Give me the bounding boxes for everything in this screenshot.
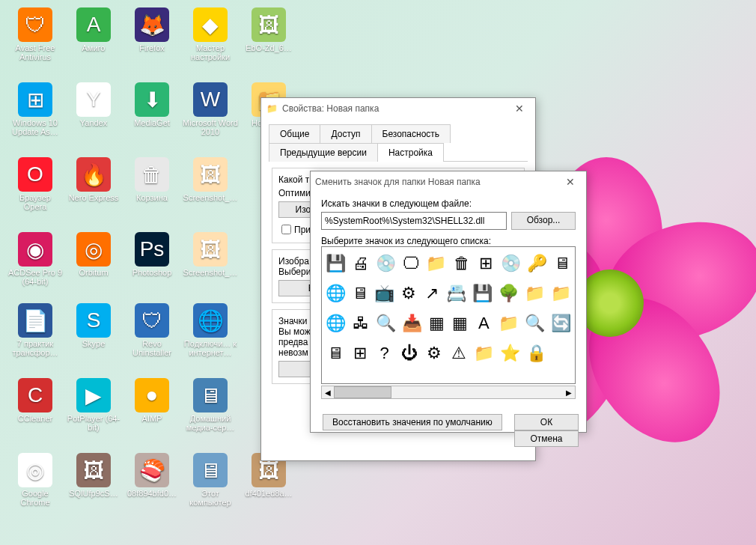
icon-choice[interactable]: 🔍 (524, 310, 546, 337)
icon-choice[interactable]: ▦ (427, 310, 447, 337)
icon-choice[interactable]: ↗ (423, 280, 441, 307)
restore-defaults-button[interactable]: Восстановить значения по умолчанию (323, 414, 502, 430)
desktop-icon[interactable]: AАмиго (66, 7, 121, 52)
desktop-icon[interactable]: ●AIMP (124, 378, 180, 423)
desktop-icon[interactable]: ⊞Windows 10 Update As… (7, 82, 63, 136)
desktop-icon[interactable]: 📄7 практик трансфор… (7, 303, 63, 357)
icon-choice[interactable]: 🖥 (552, 250, 572, 277)
icon-choice[interactable]: 🌐 (325, 280, 347, 307)
change-icon-footer: Восстановить значения по умолчанию ОК От… (311, 408, 586, 453)
desktop-icon[interactable]: 🍣08f894bfd0… (124, 453, 180, 498)
desktop-icon[interactable]: 🌐Подключи… к интернет… (183, 303, 238, 357)
icon-choice[interactable]: 📥 (401, 310, 423, 337)
desktop-icon[interactable]: ⬇MediaGet (124, 82, 180, 127)
desktop-icon[interactable]: 🖼EbO-Zd_6… (241, 7, 296, 52)
desktop-icon[interactable]: ◎Google Chrome (7, 453, 63, 507)
icon-choice[interactable]: ⊞ (476, 250, 496, 277)
icon-choice[interactable]: 🖧 (351, 310, 371, 337)
tab-prev-versions[interactable]: Предыдущие версии (269, 143, 378, 162)
cancel-button[interactable]: Отмена (514, 430, 579, 447)
icon-choice[interactable]: 🔒 (525, 340, 547, 367)
close-icon[interactable]: ✕ (508, 103, 531, 115)
icon-choice[interactable]: 🌳 (498, 280, 519, 307)
icon-choice[interactable]: 🗑 (451, 250, 471, 277)
icon-choice[interactable]: A (475, 310, 494, 337)
select-icon-label: Выберите значок из следующего списка: (321, 236, 576, 246)
icon-choice[interactable]: 🔍 (375, 310, 397, 337)
icon-choice[interactable]: 🌐 (325, 310, 347, 337)
desktop-icon[interactable]: 🛡Avast Free Antivirus (7, 7, 63, 61)
tabs-row1: Общие Доступ Безопасность (269, 124, 528, 143)
search-label: Искать значки в следующем файле: (321, 198, 576, 209)
desktop-icon[interactable]: ◆Мастер настройки (183, 7, 238, 61)
icon-choice[interactable]: ? (374, 340, 394, 367)
window-title: Сменить значок для папки Новая папка (315, 177, 481, 187)
browse-button[interactable]: Обзор... (511, 212, 576, 230)
ok-button[interactable]: ОК (514, 414, 579, 430)
icon-choice[interactable]: 💾 (325, 250, 347, 277)
change-icon-window: Сменить значок для папки Новая папка ✕ И… (310, 171, 587, 433)
icon-choice[interactable]: 🔄 (550, 310, 572, 337)
close-icon[interactable]: ✕ (559, 176, 582, 188)
desktop-icon[interactable]: ▶PotPlayer (64-bit) (66, 378, 121, 432)
tab-general[interactable]: Общие (269, 124, 320, 143)
icon-choice[interactable]: 📁 (550, 280, 572, 307)
desktop-icon[interactable]: ◎Orbitum (66, 232, 121, 277)
icon-choice[interactable]: 🖥 (351, 280, 369, 307)
desktop-icon[interactable]: 🔥Nero Express (66, 157, 121, 202)
desktop-icon[interactable]: 🦊Firefox (124, 7, 180, 52)
desktop-icon[interactable]: YYandex (66, 82, 121, 127)
titlebar[interactable]: Сменить значок для папки Новая папка ✕ (311, 171, 586, 192)
change-icon-body: Искать значки в следующем файле: Обзор..… (311, 192, 586, 408)
icon-choice[interactable]: ⊞ (350, 340, 370, 367)
icon-choice[interactable]: 🖵 (401, 250, 421, 277)
icon-list[interactable]: 💾🖨💿🖵📁🗑⊞💿🔑🖥🌐🖥📺⚙↗📇💾🌳📁📁🌐🖧🔍📥▦▦A📁🔍🔄🖥⊞?⏻⚙⚠📁⭐🔒 (321, 246, 576, 384)
desktop-icon[interactable]: OБраузер Opera (7, 157, 63, 211)
icon-choice[interactable]: 🖥 (325, 340, 345, 367)
desktop-icon[interactable]: WMicrosoft Word 2010 (183, 82, 238, 136)
icon-choice[interactable]: 📁 (498, 310, 519, 337)
desktop-icon[interactable]: ◉ACDSee Pro 9 (64-bit) (7, 232, 63, 286)
icon-choice[interactable]: 📁 (425, 250, 447, 277)
folder-icon: 📁 (266, 103, 278, 115)
tab-customize[interactable]: Настройка (377, 143, 444, 162)
icon-path-input[interactable] (321, 212, 507, 230)
desktop-icon[interactable]: 🖥Этот компьютер (183, 453, 238, 507)
icon-scrollbar[interactable]: ◀ ▶ (321, 386, 576, 399)
icon-choice[interactable]: ⚙ (424, 340, 444, 367)
icon-choice[interactable] (552, 340, 572, 367)
icon-choice[interactable]: ▦ (451, 310, 470, 337)
desktop-icon[interactable]: 🗑Корзина (124, 157, 180, 202)
desktop-icon[interactable]: CCCleaner (7, 378, 63, 423)
window-title: Свойства: Новая папка (282, 103, 379, 114)
icon-choice[interactable]: 📁 (524, 280, 546, 307)
tab-security[interactable]: Безопасность (371, 124, 451, 143)
icon-choice[interactable]: 💿 (500, 250, 522, 277)
titlebar[interactable]: 📁 Свойства: Новая папка ✕ (261, 98, 535, 119)
icon-choice[interactable]: 🖨 (351, 250, 371, 277)
desktop-icon[interactable]: 🛡Revo Uninstaller (124, 303, 180, 357)
desktop-icon[interactable]: 🖼Screenshot_… (183, 157, 238, 202)
tabs-row2: Предыдущие версии Настройка (269, 142, 528, 162)
icon-choice[interactable]: 📁 (473, 340, 495, 367)
tab-access[interactable]: Доступ (320, 124, 371, 143)
icon-choice[interactable]: 📇 (445, 280, 467, 307)
scroll-right-icon[interactable]: ▶ (563, 389, 575, 397)
desktop-icon[interactable]: 🖼SQlUfp9cS… (66, 453, 121, 498)
icon-choice[interactable]: 💾 (472, 280, 493, 307)
desktop-icon[interactable]: 🖼Screenshot_… (183, 232, 238, 277)
desktop-icon[interactable]: PsPhotoshop (124, 232, 180, 277)
icon-choice[interactable]: ⏻ (399, 340, 419, 367)
icon-choice[interactable]: ⚙ (400, 280, 418, 307)
icon-choice[interactable]: ⚠ (448, 340, 469, 367)
desktop-icon[interactable]: SSkype (66, 303, 121, 348)
desktop-icon[interactable]: 🖥Домашний медиа-сер… (183, 378, 238, 432)
icon-choice[interactable]: 🔑 (526, 250, 548, 277)
icon-choice[interactable]: ⭐ (499, 340, 521, 367)
scroll-left-icon[interactable]: ◀ (322, 389, 334, 397)
icon-choice[interactable]: 📺 (374, 280, 395, 307)
icon-choice[interactable]: 💿 (375, 250, 397, 277)
